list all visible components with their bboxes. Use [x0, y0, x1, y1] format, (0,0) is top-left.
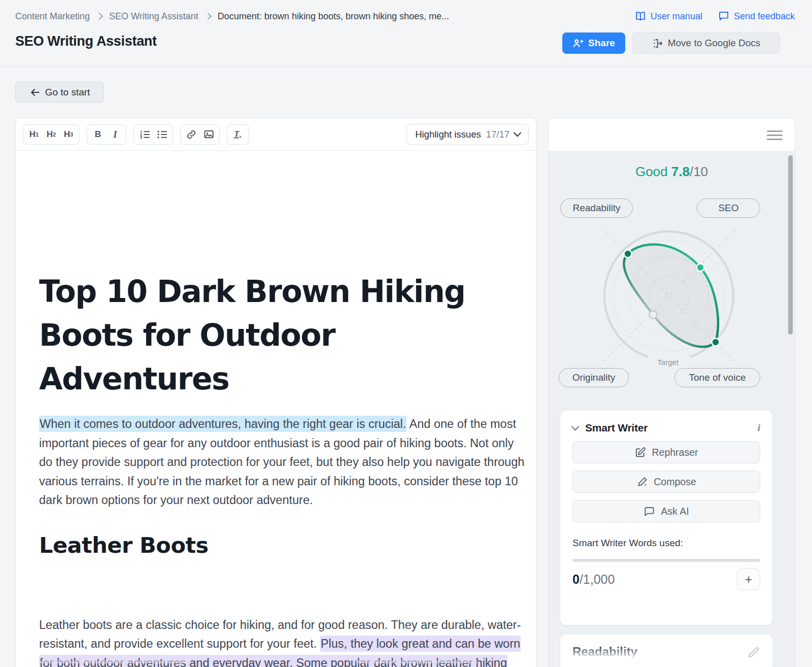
editor-card: H1 H2 H3 B I Os123 [15, 118, 536, 667]
score-max: /10 [690, 164, 708, 179]
share-button[interactable]: Share [562, 32, 625, 54]
breadcrumb-content-marketing[interactable]: Content Marketing [15, 11, 90, 22]
pill-tone-of-voice[interactable]: Tone of voice [674, 368, 760, 387]
clipped-text-top-edge [356, 660, 478, 663]
link-button[interactable] [183, 127, 199, 142]
editor-toolbar: H1 H2 H3 B I Os123 [16, 118, 536, 151]
gauge-point-tone [712, 339, 720, 346]
highlight-issues-count: 17/17 [486, 129, 510, 140]
arrow-left-icon [29, 87, 41, 98]
seo-writing-assistant-app: Content Marketing SEO Writing Assistant … [0, 0, 812, 667]
ask-ai-label: Ask AI [661, 506, 689, 517]
gauge-point-readability [624, 250, 632, 258]
compose-button[interactable]: Compose [572, 471, 760, 493]
clear-formatting-icon: T× [232, 128, 244, 141]
person-plus-icon [572, 38, 584, 49]
score-rating-label: Good [635, 164, 668, 179]
highlight-issues-dropdown[interactable]: Highlight issues 17/17 [407, 124, 529, 145]
compose-label: Compose [654, 476, 696, 488]
gauge-target-label: Target [549, 358, 787, 366]
export-icon [652, 38, 663, 49]
user-manual-label: User manual [651, 11, 702, 22]
svg-text:3: 3 [140, 135, 142, 140]
top-bar: Content Marketing SEO Writing Assistant … [0, 0, 812, 66]
panel-header [549, 118, 795, 152]
chevron-right-icon [96, 13, 103, 20]
pen-sparkle-icon [636, 476, 648, 488]
readability-card: Readability [560, 634, 773, 667]
send-feedback-link[interactable]: Send feedback [718, 10, 795, 22]
gauge-point-originality [650, 311, 657, 319]
pencil-icon[interactable] [747, 646, 760, 659]
format-tools-group: B I [87, 124, 126, 145]
words-used-progress-bar [572, 559, 760, 562]
italic-button[interactable]: I [107, 127, 123, 142]
h3-button[interactable]: H3 [60, 127, 77, 142]
page-title: SEO Writing Assistant [15, 34, 157, 49]
bullet-list-button[interactable] [154, 127, 170, 142]
ordered-list-button[interactable]: Os123 [137, 127, 153, 142]
go-to-start-label: Go to start [45, 87, 90, 98]
svg-text:×: × [239, 133, 242, 139]
chevron-right-icon [205, 13, 212, 20]
link-icon [186, 129, 197, 140]
rephraser-button[interactable]: Rephraser [572, 441, 760, 463]
smart-writer-card: Smart Writer i Rephraser Compose Ask AI … [560, 410, 773, 625]
move-to-google-docs-label: Move to Google Docs [668, 38, 761, 49]
go-to-start-button[interactable]: Go to start [15, 82, 104, 103]
document-content[interactable]: Top 10 Dark Brown Hiking Boots for Outdo… [39, 270, 529, 667]
highlight-issues-label: Highlight issues [415, 129, 481, 140]
overall-score: Good 7.8/10 [549, 164, 795, 180]
smart-writer-header: Smart Writer i [572, 422, 760, 434]
h1-button[interactable]: H1 [26, 127, 42, 142]
insert-tools-group [180, 124, 220, 145]
info-icon[interactable]: i [758, 422, 760, 433]
breadcrumb: Content Marketing SEO Writing Assistant … [15, 10, 795, 22]
bullet-list-icon [156, 128, 168, 141]
gauge-point-seo [697, 264, 704, 272]
send-feedback-label: Send feedback [734, 11, 795, 22]
image-icon [203, 128, 215, 140]
chat-bubble-icon [718, 10, 730, 22]
clear-formatting-button[interactable]: T× [230, 127, 246, 142]
chevron-down-icon [514, 129, 522, 137]
document-title: Top 10 Dark Brown Hiking Boots for Outdo… [39, 270, 519, 401]
edit-square-icon [634, 447, 646, 458]
h2-button[interactable]: H2 [43, 127, 59, 142]
clear-format-group: T× [227, 124, 249, 145]
breadcrumb-document: Document: brown hiking boots, brown hiki… [218, 11, 449, 22]
words-used-label: Smart Writer Words used: [572, 538, 760, 549]
top-links: User manual Send feedback [634, 10, 795, 22]
add-words-button[interactable]: + [737, 568, 760, 590]
ordered-list-icon: Os123 [139, 128, 151, 141]
readability-card-title: Readability [572, 645, 760, 659]
heading-tools-group: H1 H2 H3 [23, 124, 80, 145]
score-panel: Good 7.8/10 Readability SEO [548, 118, 795, 667]
document-paragraph-2: Leather boots are a classic choice for h… [39, 616, 529, 667]
bold-button[interactable]: B [90, 127, 106, 142]
clipped-text-top-edge [39, 660, 191, 663]
breadcrumb-seo-writing-assistant[interactable]: SEO Writing Assistant [109, 11, 198, 22]
words-used-counter: 0/1,000 [572, 572, 615, 587]
list-tools-group: Os123 [133, 124, 173, 145]
user-manual-link[interactable]: User manual [634, 10, 702, 22]
hamburger-menu-icon[interactable] [767, 130, 783, 143]
document-heading-2: Leather Boots [39, 530, 529, 560]
collapse-chevron-icon[interactable] [571, 422, 580, 430]
highlighted-sentence-blue[interactable]: When it comes to outdoor adventures, hav… [39, 416, 407, 432]
move-to-google-docs-button[interactable]: Move to Google Docs [632, 32, 780, 54]
rephraser-label: Rephraser [652, 447, 698, 458]
book-icon [634, 10, 647, 22]
chat-bubble-icon [644, 506, 655, 517]
pill-originality[interactable]: Originality [559, 368, 629, 387]
smart-writer-title: Smart Writer [585, 422, 648, 434]
image-button[interactable] [200, 127, 217, 142]
share-label: Share [588, 38, 615, 49]
score-value: 7.8 [671, 164, 690, 179]
panel-scrollbar[interactable] [788, 155, 793, 335]
ask-ai-button[interactable]: Ask AI [572, 500, 760, 522]
document-paragraph-1: When it comes to outdoor adventures, hav… [39, 415, 529, 510]
